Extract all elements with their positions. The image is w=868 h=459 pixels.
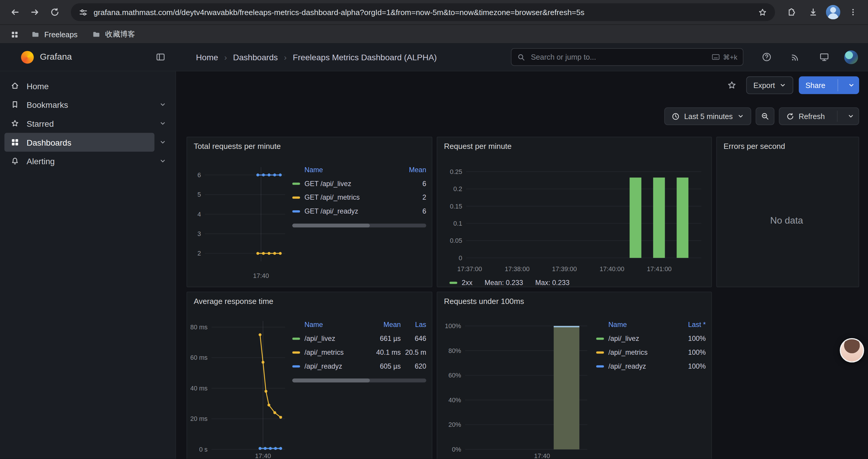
- expand-chevron[interactable]: [155, 120, 171, 127]
- legend-col-header[interactable]: Mean: [368, 321, 401, 328]
- grafana-logo[interactable]: [21, 51, 34, 63]
- reload-button[interactable]: [45, 3, 64, 22]
- legend: 2xxMean: 0.233Max: 0.233: [443, 277, 706, 287]
- legend-col-header[interactable]: Name: [292, 166, 399, 173]
- legend-series[interactable]: 2xx: [450, 279, 472, 287]
- panel-title[interactable]: Errors per second: [717, 137, 859, 155]
- svg-text:17:38:00: 17:38:00: [505, 266, 530, 273]
- bookmark-star-icon[interactable]: [758, 7, 767, 17]
- svg-text:3: 3: [197, 230, 201, 237]
- svg-text:17:41:00: 17:41:00: [647, 266, 672, 273]
- legend-series-name: /api/_livez: [596, 335, 675, 342]
- legend-scrollbar[interactable]: [292, 379, 426, 383]
- legend-row[interactable]: GET /api/_livez6: [292, 177, 426, 191]
- legend-col-header[interactable]: Mean: [402, 166, 426, 173]
- dashboard-main: Export Share Last 5 minutes: [176, 71, 868, 459]
- panel-title[interactable]: Total requests per minute: [187, 137, 432, 155]
- sidebar-item-starred[interactable]: Starred: [4, 114, 155, 133]
- panel-body: 2345617:40NameMeanGET /api/_livez6GET /a…: [187, 155, 432, 287]
- downloads-button[interactable]: [804, 3, 823, 22]
- menu-button[interactable]: [844, 3, 863, 22]
- tv-mode-button[interactable]: [815, 48, 833, 66]
- legend-row[interactable]: /api/_livez661 µs646: [292, 331, 426, 345]
- series-label: GET /api/_readyz: [305, 207, 359, 215]
- header-icons: [758, 48, 858, 66]
- search-box[interactable]: ⌘+k: [511, 48, 743, 66]
- bookmark-freeleaps[interactable]: Freeleaps: [25, 28, 83, 41]
- bar-chart: 0%20%40%60%80%100%17:40: [440, 314, 592, 459]
- export-button[interactable]: Export: [746, 76, 793, 94]
- series-swatch: [292, 196, 300, 198]
- legend-row[interactable]: /api/_readyz605 µs620: [292, 359, 426, 373]
- sidebar-item-label: Bookmarks: [27, 100, 68, 109]
- bookmarks-bar: Freeleaps 收藏博客: [0, 24, 868, 44]
- scrollbar-thumb[interactable]: [292, 379, 370, 383]
- share-menu-chevron[interactable]: [844, 82, 859, 88]
- legend-scrollbar[interactable]: [292, 224, 426, 227]
- series-label: 2xx: [462, 279, 472, 287]
- panel-title[interactable]: Request per minute: [437, 137, 711, 155]
- url-text[interactable]: grafana.mathmast.com/d/deytv4rwavabkb/fr…: [94, 8, 752, 17]
- scrollbar-thumb[interactable]: [292, 224, 370, 227]
- site-settings-icon[interactable]: [79, 7, 88, 17]
- apps-grid-button[interactable]: [6, 27, 22, 42]
- sidebar-item-label: Alerting: [27, 156, 55, 166]
- refresh-interval-chevron[interactable]: [843, 113, 859, 119]
- panel-title[interactable]: Requests under 100ms: [437, 292, 711, 310]
- address-bar[interactable]: grafana.mathmast.com/d/deytv4rwavabkb/fr…: [71, 3, 775, 21]
- legend-col-header[interactable]: Name: [292, 321, 364, 328]
- legend-row[interactable]: /api/_livez100%: [596, 331, 706, 345]
- line-chart: 0 s20 ms40 ms60 ms80 ms17:40: [191, 314, 288, 459]
- breadcrumb-home[interactable]: Home: [196, 52, 218, 62]
- legend-table: NameMeanGET /api/_livez6GET /api/_metric…: [292, 163, 426, 287]
- svg-text:0.15: 0.15: [450, 203, 462, 210]
- back-button[interactable]: [6, 3, 25, 22]
- legend-row[interactable]: /api/_readyz100%: [596, 359, 706, 373]
- user-avatar[interactable]: [844, 50, 858, 64]
- sidebar-item-home[interactable]: Home: [4, 76, 171, 95]
- breadcrumb-separator: ›: [224, 52, 227, 62]
- expand-chevron[interactable]: [155, 101, 171, 108]
- refresh-action[interactable]: Refresh: [779, 112, 832, 120]
- legend-col-header[interactable]: Last *: [678, 321, 706, 328]
- profile-avatar[interactable]: [826, 5, 840, 20]
- zoom-out-button[interactable]: [755, 107, 774, 125]
- chart-area: 2345617:40: [191, 158, 288, 287]
- favorite-star-button[interactable]: [723, 76, 741, 94]
- legend-row[interactable]: GET /api/_metrics2: [292, 191, 426, 204]
- assistant-avatar-widget[interactable]: [840, 338, 864, 362]
- search-input[interactable]: [530, 52, 707, 62]
- share-button[interactable]: Share: [799, 76, 859, 94]
- sidebar-item-bookmarks[interactable]: Bookmarks: [4, 95, 155, 114]
- expand-chevron[interactable]: [155, 139, 171, 145]
- bookmark-blog-folder[interactable]: 收藏博客: [86, 27, 141, 42]
- legend-row[interactable]: /api/_metrics100%: [596, 345, 706, 359]
- legend-row[interactable]: GET /api/_readyz6: [292, 204, 426, 218]
- sidebar-item-dashboards[interactable]: Dashboards: [4, 133, 155, 152]
- expand-chevron[interactable]: [155, 158, 171, 164]
- share-label[interactable]: Share: [799, 81, 832, 89]
- panel-title[interactable]: Average response time: [187, 292, 432, 310]
- breadcrumb-dashboards[interactable]: Dashboards: [233, 52, 278, 62]
- legend-col-header[interactable]: Las: [404, 321, 426, 328]
- sidebar-toggle-button[interactable]: [152, 48, 169, 66]
- news-rss-button[interactable]: [787, 48, 804, 66]
- forward-button[interactable]: [25, 3, 44, 22]
- legend-table: NameLast */api/_livez100%/api/_metrics10…: [596, 318, 706, 459]
- legend-series-name: /api/_readyz: [596, 362, 675, 370]
- legend-col-header[interactable]: Name: [596, 321, 675, 328]
- refresh-button[interactable]: Refresh: [779, 107, 859, 125]
- time-range-picker[interactable]: Last 5 minutes: [664, 107, 751, 125]
- star-outline-icon: [727, 80, 737, 90]
- svg-text:0.2: 0.2: [454, 186, 462, 193]
- help-button[interactable]: [758, 48, 776, 66]
- legend-stat: Max: 0.233: [535, 279, 569, 287]
- legend-series-name: GET /api/_metrics: [292, 193, 399, 201]
- bar-chart: 00.050.10.150.20.2517:37:0017:38:0017:39…: [443, 158, 707, 277]
- svg-text:4: 4: [197, 211, 201, 218]
- legend-row[interactable]: /api/_metrics40.1 ms20.5 m: [292, 345, 426, 359]
- screen: grafana.mathmast.com/d/deytv4rwavabkb/fr…: [0, 0, 868, 459]
- extensions-button[interactable]: [782, 3, 801, 22]
- sidebar-item-alerting[interactable]: Alerting: [4, 152, 155, 170]
- legend-series-name: /api/_readyz: [292, 362, 364, 370]
